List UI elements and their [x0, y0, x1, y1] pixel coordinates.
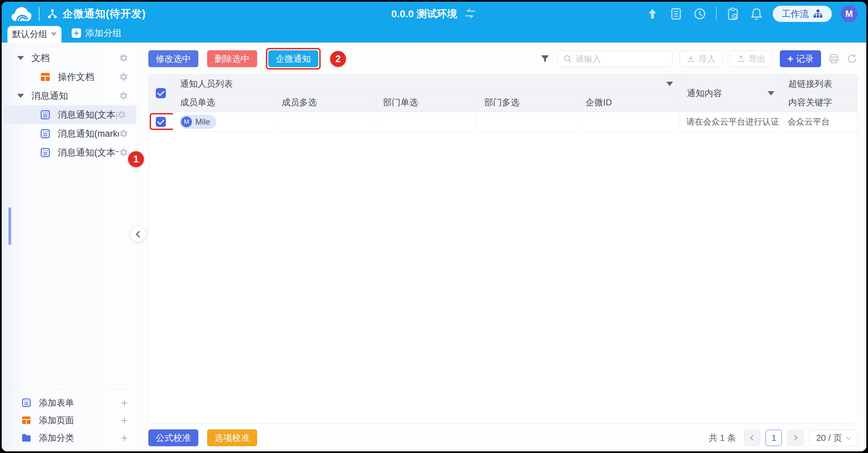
row-select-cell — [149, 112, 173, 131]
sidebar-item-label: 消息通知(文本类型) — [58, 109, 117, 121]
cell-keyword: 会众云平台 — [781, 112, 857, 131]
gear-icon[interactable] — [119, 129, 128, 138]
import-icon — [687, 55, 695, 63]
prev-page-button[interactable] — [744, 430, 760, 446]
environment-label: 0.0.0 测试环境 — [391, 7, 457, 21]
sidebar-item-label: 消息通知 — [31, 90, 119, 102]
plus-icon[interactable]: + — [121, 397, 128, 408]
filter-icon[interactable] — [540, 54, 550, 64]
cell-content: 请在会众云平台进行认证 — [680, 112, 781, 131]
sidebar-footer-divider — [8, 389, 132, 389]
workflow-button[interactable]: 工作流 — [773, 6, 832, 22]
topbar: 企微通知(待开发) 0.0.0 测试环境 — [2, 2, 866, 26]
annotation-step-1-number: 1 — [133, 154, 139, 165]
formula-calibrate-button[interactable]: 公式校准 — [148, 429, 198, 446]
column-header-dept-multi: 部门多选 — [477, 93, 578, 112]
header-group-people: 通知人员列表 成员单选 成员多选 部门单选 部门多选 企微ID — [173, 75, 680, 112]
table-row[interactable]: M Mile 请在会众云平台进行认证 会众云平台 — [149, 112, 857, 132]
sidebar-item-notify-group[interactable]: 消息通知 — [2, 86, 138, 105]
add-form-button[interactable]: 添加表单 + — [2, 394, 138, 411]
sidebar-item-docs-group[interactable]: 文档 — [2, 49, 138, 68]
table-header: 通知人员列表 成员单选 成员多选 部门单选 部门多选 企微ID 通知内容 — [149, 75, 857, 112]
table-page-icon — [40, 71, 51, 83]
group-tabstrip: 默认分组 + 添加分组 — [2, 26, 866, 43]
column-header-people-list: 通知人员列表 — [180, 78, 233, 90]
delete-selected-button[interactable]: 删除选中 — [207, 50, 257, 67]
add-category-label: 添加分类 — [39, 432, 121, 444]
gear-icon[interactable] — [119, 72, 128, 82]
search-icon — [563, 54, 572, 63]
select-all-cell — [149, 75, 173, 112]
workflow-sitemap-icon — [813, 9, 823, 19]
topbar-actions: 工作流 M — [645, 5, 858, 22]
clipboard-tasks-icon[interactable] — [725, 6, 740, 21]
column-filter-caret-icon[interactable] — [666, 82, 673, 86]
caret-down-icon[interactable] — [17, 94, 24, 98]
add-category-button[interactable]: 添加分类 + — [2, 429, 138, 447]
form-icon — [40, 128, 51, 139]
plus-icon: + — [787, 54, 793, 64]
row-checkbox[interactable] — [156, 117, 166, 127]
add-page-button[interactable]: 添加页面 + — [2, 411, 138, 429]
user-avatar[interactable]: M — [841, 5, 858, 22]
gear-icon[interactable] — [119, 53, 128, 63]
sidebar-item-label: 操作文档 — [58, 71, 119, 83]
gear-icon[interactable] — [117, 110, 126, 119]
import-button[interactable]: 导入 — [680, 51, 722, 67]
sidebar-scroll-indicator[interactable] — [8, 207, 11, 245]
page-title: 企微通知(待开发) — [63, 7, 146, 21]
table-empty-area — [149, 132, 857, 423]
document-log-icon[interactable] — [669, 6, 684, 21]
plus-icon[interactable]: + — [121, 415, 128, 426]
print-icon[interactable] — [828, 53, 839, 64]
current-page-button[interactable]: 1 — [766, 430, 782, 446]
sidebar-item-label: 消息通知(markdo... — [58, 128, 119, 140]
sidebar-item-notify-textcard[interactable]: 消息通知(文本卡... — [2, 143, 138, 162]
cell-member-single: M Mile — [173, 112, 274, 131]
toolbar-right: 导入 导出 + 记录 — [540, 50, 858, 67]
share-nodes-icon — [46, 8, 58, 20]
history-clock-icon[interactable] — [692, 6, 707, 21]
select-all-checkbox[interactable] — [156, 88, 166, 98]
export-button[interactable]: 导出 — [730, 51, 772, 67]
topbar-icon-divider — [716, 7, 717, 21]
sidebar-item-operation-doc[interactable]: 操作文档 — [2, 68, 138, 86]
workflow-label: 工作流 — [782, 8, 809, 20]
sidebar-item-notify-text[interactable]: 消息通知(文本类型) — [4, 105, 136, 124]
add-group-button[interactable]: + 添加分组 — [72, 27, 122, 39]
header-group-links: 超链接列表 内容关键字 — [781, 75, 857, 112]
search-input[interactable] — [575, 54, 667, 64]
tab-default-group[interactable]: 默认分组 — [7, 26, 61, 43]
sidebar-item-notify-markdown[interactable]: 消息通知(markdo... — [2, 124, 138, 143]
modify-selected-button[interactable]: 修改选中 — [148, 50, 198, 67]
page-size-value: 20 / 页 — [816, 432, 842, 444]
gear-icon[interactable] — [119, 91, 128, 101]
cell-dept-multi — [477, 112, 578, 131]
refresh-icon[interactable] — [847, 53, 858, 64]
table-page-icon — [21, 415, 32, 426]
sidebar: 文档 操作文档 消息通知 — [2, 43, 138, 451]
column-header-wecom-id: 企微ID — [578, 93, 680, 112]
column-filter-caret-icon[interactable] — [768, 91, 774, 96]
swap-environment-icon[interactable] — [463, 8, 477, 19]
sidebar-collapse-button[interactable] — [130, 226, 146, 242]
records-table: 通知人员列表 成员单选 成员多选 部门单选 部门多选 企微ID 通知内容 — [148, 74, 858, 424]
cloud-logo-icon[interactable] — [10, 6, 32, 22]
annotation-step-2: 2 — [330, 51, 346, 67]
gear-icon[interactable] — [119, 148, 128, 157]
notification-bell-icon[interactable] — [749, 6, 764, 21]
header-group-people-top: 通知人员列表 — [173, 75, 680, 93]
member-name: Mile — [195, 117, 210, 127]
page-size-select[interactable]: 20 / 页 — [809, 430, 858, 446]
caret-down-icon[interactable] — [17, 56, 24, 60]
column-header-links-list: 超链接列表 — [782, 75, 857, 93]
option-calibrate-button[interactable]: 选项校准 — [207, 429, 257, 446]
next-page-button[interactable] — [787, 430, 803, 446]
wecom-notify-button[interactable]: 企微通知 — [268, 50, 318, 67]
plus-icon[interactable]: + — [121, 432, 128, 444]
publish-icon[interactable] — [645, 6, 660, 21]
sidebar-footer: 添加表单 + 添加页面 + 添加分类 + — [2, 389, 138, 447]
add-record-button[interactable]: + 记录 — [780, 50, 821, 67]
column-header-content: 通知内容 — [687, 87, 722, 99]
total-count-label: 共 1 条 — [709, 432, 736, 444]
